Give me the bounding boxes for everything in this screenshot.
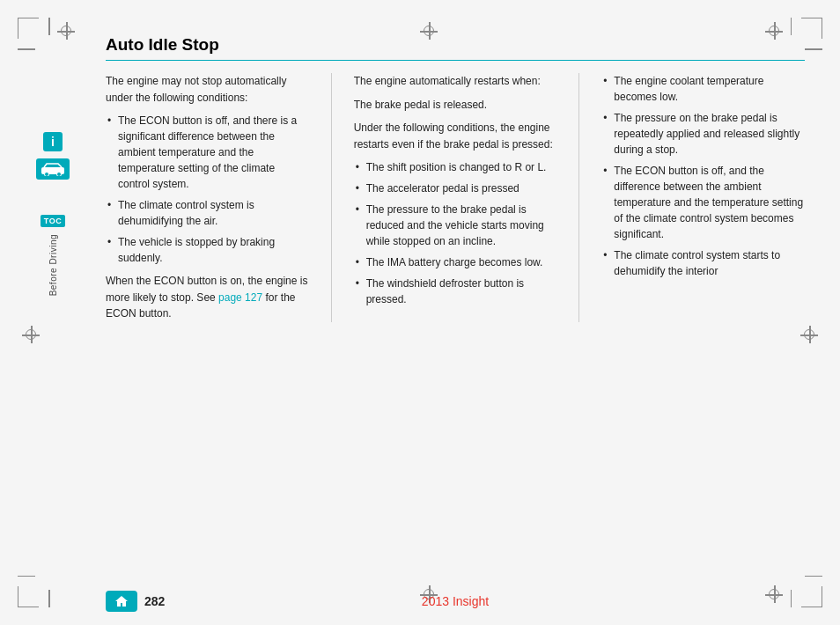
svg-point-1 bbox=[45, 173, 49, 177]
col1-footer: When the ECON button is on, the engine i… bbox=[106, 273, 309, 322]
footer: 282 2013 Insight bbox=[88, 591, 822, 612]
list-item: The climate control system starts to deh… bbox=[601, 247, 805, 279]
col-divider-2 bbox=[578, 73, 579, 322]
page-127-link[interactable]: page 127 bbox=[218, 291, 262, 304]
column-1: The engine may not stop automatically un… bbox=[106, 73, 309, 322]
col1-intro: The engine may not stop automatically un… bbox=[106, 73, 309, 106]
col1-bullet-list: The ECON button is off, and there is a s… bbox=[106, 113, 309, 266]
home-button[interactable] bbox=[106, 591, 137, 612]
info-icon: i bbox=[43, 132, 63, 151]
column-2: The engine automatically restarts when: … bbox=[354, 73, 557, 322]
col2-intro: The engine automatically restarts when: … bbox=[354, 73, 557, 152]
col-divider-1 bbox=[331, 73, 332, 322]
car-icon bbox=[36, 158, 70, 180]
col2-bullet-list: The shift position is changed to R or L.… bbox=[354, 159, 557, 307]
svg-point-2 bbox=[57, 173, 62, 177]
column-3: The engine coolant temperature becomes l… bbox=[601, 73, 805, 322]
list-item: The climate control system is dehumidify… bbox=[106, 197, 309, 229]
list-item: The engine coolant temperature becomes l… bbox=[601, 73, 805, 105]
main-content: Auto Idle Stop The engine may not stop a… bbox=[88, 18, 822, 607]
col3-bullet-list: The engine coolant temperature becomes l… bbox=[601, 73, 805, 279]
toc-badge[interactable]: TOC bbox=[41, 215, 65, 227]
list-item: The pressure on the brake pedal is repea… bbox=[601, 110, 805, 158]
list-item: The pressure to the brake pedal is reduc… bbox=[354, 202, 557, 249]
list-item: The shift position is changed to R or L. bbox=[354, 159, 557, 175]
before-driving-label: Before Driving bbox=[48, 234, 58, 296]
list-item: The vehicle is stopped by braking sudden… bbox=[106, 234, 309, 266]
title-section: Auto Idle Stop bbox=[106, 35, 805, 61]
list-item: The ECON button is off, and there is a s… bbox=[106, 113, 309, 192]
list-item: The ECON button is off, and the differen… bbox=[601, 163, 805, 242]
list-item: The IMA battery charge becomes low. bbox=[354, 254, 557, 270]
list-item: The accelerator pedal is pressed bbox=[354, 180, 557, 196]
book-title: 2013 Insight bbox=[422, 594, 489, 608]
page-number: 282 bbox=[144, 594, 165, 608]
columns-container: The engine may not stop automatically un… bbox=[106, 73, 805, 322]
list-item: The windshield defroster button is press… bbox=[354, 276, 557, 307]
sidebar: i TOC Before Driving bbox=[18, 18, 88, 607]
page-title: Auto Idle Stop bbox=[106, 35, 805, 55]
